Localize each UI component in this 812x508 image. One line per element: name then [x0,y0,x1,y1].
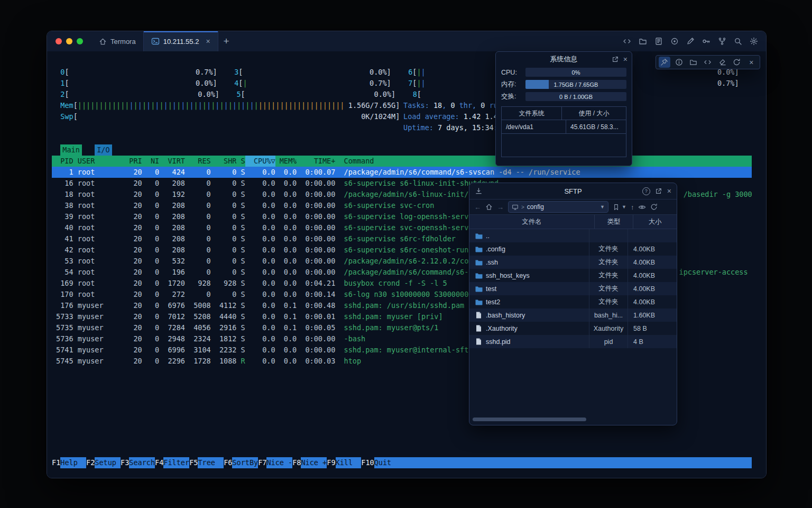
htop-fkey-f7[interactable]: F7Nice - [258,457,292,468]
edit-icon[interactable] [684,35,696,48]
file-type: 文件夹 [589,256,628,269]
back-arrow-icon[interactable]: ← [474,203,481,211]
folder-icon [475,286,483,292]
htop-fkey-f9[interactable]: F9Kill [327,457,361,468]
tab-termora-home[interactable]: Termora [91,31,143,51]
sftp-file-row[interactable]: test文件夹4.00KB [469,282,677,295]
key-icon[interactable] [700,35,712,48]
sftp-file-row[interactable]: sshd.pidpid4 B [469,335,677,348]
open-external-icon[interactable] [655,187,662,195]
column-header-s[interactable]: S [236,156,245,167]
sftp-file-row[interactable]: .config文件夹4.00KB [469,242,677,256]
transfers-icon[interactable] [475,187,483,195]
journal-icon[interactable] [652,35,665,48]
column-header-shr[interactable]: SHR [211,156,237,167]
memory-label: 内存: [501,80,522,89]
column-header-res[interactable]: RES [185,156,211,167]
pin-icon[interactable] [659,57,670,68]
help-icon[interactable]: ? [642,187,650,195]
htop-fkey-f2[interactable]: F2Setup [86,457,121,468]
column-header-type[interactable]: 类型 [595,215,633,229]
screen-tab-main[interactable]: Main [60,144,82,156]
cpu-usage-bar: 0% [525,68,626,77]
htop-fkey-f6[interactable]: F6SortBy [224,457,258,468]
fork-icon[interactable] [716,35,728,48]
swap-usage-bar: 0 B / 1.00GB [525,92,626,101]
column-header-pri[interactable]: PRI [121,156,142,167]
screen-tab-io[interactable]: I/O [95,144,112,156]
memory-meter: Mem[||||||||||||||||||||||||||||||||||||… [60,100,400,111]
column-header-user[interactable]: USER [78,156,121,167]
file-name: .. [486,232,490,240]
up-arrow-icon[interactable]: ↑ [631,203,634,211]
close-icon[interactable]: × [745,57,757,68]
folder-icon [475,259,483,266]
refresh-icon[interactable] [731,57,743,68]
new-tab-button[interactable]: + [218,31,235,51]
folder-icon[interactable] [688,57,699,68]
cpu-meter-4: 4[|0.7%] [230,78,391,89]
sftp-file-row[interactable]: ssh_host_keys文件夹4.00KB [469,269,677,282]
terminal-icon [151,37,160,46]
htop-fkey-f5[interactable]: F5Tree [189,457,224,468]
swap-meter: Swp[0K/1024M] [60,111,400,122]
htop-fkey-f4[interactable]: F4Filter [155,457,189,468]
settings-icon[interactable] [748,35,760,48]
column-header-virt[interactable]: VIRT [159,156,185,167]
swap-usage-row: 交换: 0 B / 1.00GB [496,90,632,103]
file-icon [475,325,483,332]
column-header-cpu[interactable]: CPU%▽ [245,156,275,167]
close-tab-icon[interactable]: × [206,38,210,45]
scrollbar-thumb[interactable] [473,418,586,421]
sftp-file-row[interactable]: .. [469,229,677,242]
column-header-mem[interactable]: MEM% [275,156,297,167]
htop-fkey-f1[interactable]: F1Help [52,457,86,468]
code-icon[interactable] [702,57,714,68]
eraser-icon[interactable] [716,57,728,68]
record-icon[interactable] [668,35,680,48]
close-window-button[interactable] [56,38,62,44]
file-type: 文件夹 [589,269,628,282]
process-row-selected[interactable]: 1root20042400S0.00.00:00.07/package/admi… [52,167,752,178]
forward-arrow-icon[interactable]: → [497,203,504,211]
sftp-file-row[interactable]: test2文件夹4.00KB [469,295,677,309]
path-segment: config [527,203,544,211]
column-header-time[interactable]: TIME+ [297,156,335,167]
bookmark-icon[interactable] [613,204,620,211]
bookmark-chevron-icon[interactable]: ▼ [622,204,626,210]
refresh-icon[interactable] [650,203,658,211]
column-header-size[interactable]: 大小 [633,215,677,229]
home-icon[interactable] [485,203,493,211]
close-icon[interactable]: × [667,187,671,195]
info-icon[interactable] [673,57,685,68]
search-icon[interactable] [732,35,744,48]
path-dropdown[interactable]: > config ▼ [508,201,608,213]
column-header-pid[interactable]: PID [52,156,73,167]
sftp-file-row[interactable]: .bash_historybash_hi...1.60KB [469,309,677,322]
file-size: 4.00KB [628,298,677,306]
close-icon[interactable]: × [623,56,628,63]
sftp-window: SFTP ? × ← → > config ▼ ▼ ↑ 文件名 类型 大小 ..… [469,183,677,425]
minimize-window-button[interactable] [66,38,72,44]
sftp-file-row[interactable]: .XauthorityXauthority58 B [469,322,677,335]
sftp-file-row[interactable]: .ssh文件夹4.00KB [469,256,677,269]
htop-fkey-f3[interactable]: F3Search [121,457,155,468]
column-header-ni[interactable]: NI [142,156,160,167]
open-external-icon[interactable] [612,56,619,63]
folder-icon[interactable] [636,35,649,48]
path-separator: > [521,204,524,210]
filesystem-table-header: 文件系统 使用 / 大小 [502,107,626,120]
htop-fkey-f10[interactable]: F10Quit [361,457,400,468]
file-name: .bash_history [486,312,525,319]
column-header-filename[interactable]: 文件名 [469,215,595,229]
zoom-window-button[interactable] [77,38,83,44]
filesystem-table: 文件系统 使用 / 大小 /dev/vda1 45.61GB / 58.3... [501,106,626,157]
file-name: test2 [486,298,500,306]
cpu-meter-3: 3[0.0%] [230,67,391,78]
memory-usage-bar: 1.75GB / 7.65GB [525,80,626,89]
tab-ssh-session[interactable]: 10.211.55.2 × [143,31,218,51]
htop-fkey-f8[interactable]: F8Nice + [292,457,327,468]
code-icon[interactable] [621,35,633,48]
file-name: .config [486,246,505,253]
eye-icon[interactable] [638,203,646,211]
